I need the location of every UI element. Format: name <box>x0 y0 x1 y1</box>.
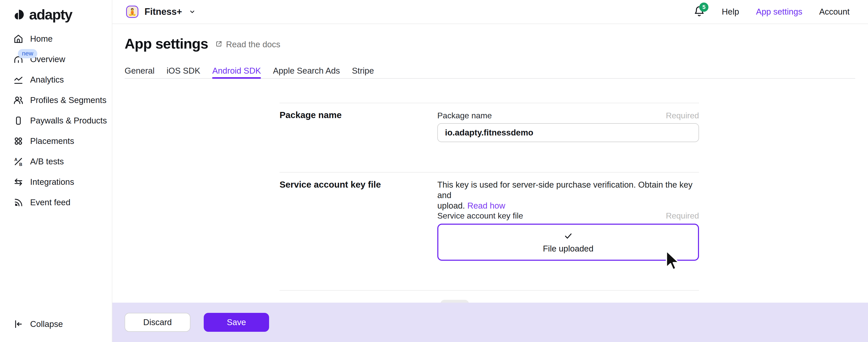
upload-status-text: File uploaded <box>543 244 593 254</box>
phone-icon <box>13 116 24 126</box>
service-key-description-line2: upload. <box>437 201 465 210</box>
new-badge: new <box>18 49 37 58</box>
sidebar-item-integrations[interactable]: Integrations <box>0 172 112 192</box>
sidebar-item-event-feed[interactable]: Event feed <box>0 192 112 213</box>
tab-general[interactable]: General <box>125 64 154 78</box>
sidebar-item-label: A/B tests <box>30 157 64 166</box>
package-name-section-title: Package name <box>280 110 342 120</box>
sidebar-item-label: Integrations <box>30 177 74 187</box>
settings-tabs: General iOS SDK Android SDK Apple Search… <box>125 64 855 79</box>
chart-line-icon <box>13 75 24 85</box>
sidebar-nav: Home new Overview <box>0 29 112 213</box>
app-avatar: 🧘 <box>126 6 138 18</box>
read-how-link[interactable]: Read how <box>467 201 505 210</box>
tab-android-sdk[interactable]: Android SDK <box>212 64 261 78</box>
service-key-section-title: Service account key file <box>280 179 381 190</box>
sidebar-item-paywalls-products[interactable]: Paywalls & Products <box>0 110 112 131</box>
sidebar-item-analytics[interactable]: Analytics <box>0 69 112 90</box>
svg-text:A: A <box>14 157 18 162</box>
account-link[interactable]: Account <box>819 7 849 17</box>
sidebar-item-label: Event feed <box>30 198 70 207</box>
users-icon <box>13 95 24 105</box>
chevron-down-icon <box>189 8 196 15</box>
notifications-button[interactable]: 5 <box>694 6 705 18</box>
sync-arrows-icon <box>13 177 24 187</box>
sidebar-collapse-button[interactable]: Collapse <box>13 319 63 329</box>
home-icon <box>13 34 24 44</box>
section-divider <box>280 290 699 291</box>
adapty-logo[interactable]: adapty <box>13 6 72 23</box>
section-divider <box>280 172 699 173</box>
sidebar-item-label: Paywalls & Products <box>30 116 107 125</box>
topbar-right: 5 Help App settings Account <box>694 6 849 18</box>
adapty-logo-icon <box>13 7 25 22</box>
save-button[interactable]: Save <box>204 313 269 332</box>
sidebar-item-label: Analytics <box>30 75 64 85</box>
sidebar-item-ab-tests[interactable]: A B A/B tests <box>0 151 112 172</box>
discard-button[interactable]: Discard <box>125 313 190 332</box>
rss-feed-icon <box>13 197 24 207</box>
save-action-bar: Discard Save <box>112 303 868 342</box>
app-name: Fitness+ <box>145 6 182 17</box>
adapty-dashboard: adapty Home new <box>0 0 868 342</box>
service-key-required-hint: Required <box>437 211 699 221</box>
service-key-upload-dropzone[interactable]: File uploaded <box>437 224 699 261</box>
service-key-description-line1: This key is used for server-side purchas… <box>437 179 700 200</box>
sidebar-item-label: Home <box>30 34 53 44</box>
service-key-description: This key is used for server-side purchas… <box>437 179 700 211</box>
sidebar-item-profiles-segments[interactable]: Profiles & Segments <box>0 90 112 110</box>
package-name-input[interactable] <box>437 123 699 142</box>
collapse-label: Collapse <box>30 319 63 329</box>
package-name-required-hint: Required <box>437 111 699 120</box>
sidebar-item-label: Profiles & Segments <box>30 95 106 105</box>
grid-circles-icon <box>13 136 24 146</box>
app-switcher[interactable]: 🧘 Fitness+ <box>126 6 196 18</box>
help-link[interactable]: Help <box>722 7 739 17</box>
sidebar-item-placements[interactable]: Placements <box>0 131 112 151</box>
sidebar-item-label: Placements <box>30 136 74 146</box>
page-title: App settings <box>125 35 208 52</box>
adapty-logo-text: adapty <box>29 6 72 23</box>
tab-ios-sdk[interactable]: iOS SDK <box>166 64 200 78</box>
page-header: App settings Read the docs <box>125 35 280 52</box>
notification-count-badge: 5 <box>699 3 708 12</box>
tab-apple-search-ads[interactable]: Apple Search Ads <box>273 64 340 78</box>
read-the-docs-label: Read the docs <box>226 39 280 49</box>
collapse-icon <box>13 319 24 329</box>
svg-text:B: B <box>19 162 22 167</box>
topbar: 🧘 Fitness+ 5 Help App settings Ac <box>112 0 868 24</box>
ab-test-icon: A B <box>13 156 24 167</box>
sidebar-item-overview[interactable]: new Overview <box>0 49 112 69</box>
sidebar: adapty Home new <box>0 0 112 342</box>
tab-stripe[interactable]: Stripe <box>352 64 374 78</box>
sidebar-item-home[interactable]: Home <box>0 29 112 49</box>
app-settings-link[interactable]: App settings <box>756 7 802 17</box>
checkmark-icon <box>563 231 573 242</box>
main-content: App settings Read the docs General iOS S… <box>112 24 868 342</box>
external-link-icon <box>215 40 223 49</box>
read-the-docs-link[interactable]: Read the docs <box>215 39 280 49</box>
section-divider <box>280 103 699 103</box>
